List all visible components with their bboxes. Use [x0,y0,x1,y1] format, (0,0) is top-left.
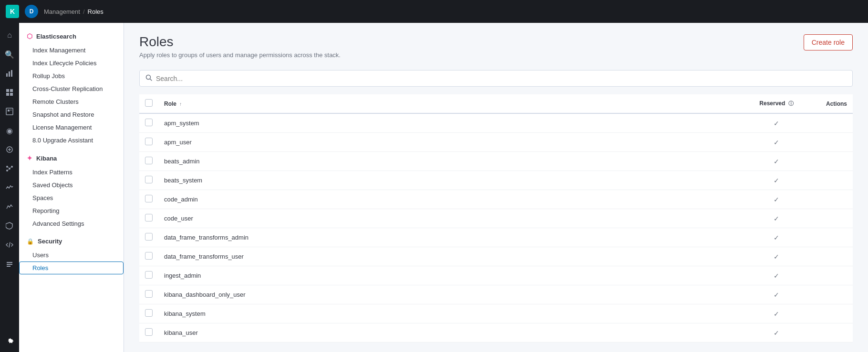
nav-home[interactable]: ⌂ [1,27,18,44]
sidebar-item-spaces[interactable]: Spaces [19,191,124,204]
svg-rect-6 [10,93,13,96]
user-avatar[interactable]: D [25,5,38,18]
row-select-checkbox[interactable] [145,195,153,202]
reserved-cell: ✓ [748,285,805,304]
reserved-checkmark: ✓ [774,291,779,299]
row-select-checkbox[interactable] [145,119,153,126]
row-select-checkbox[interactable] [145,252,153,260]
sidebar-item-license-management[interactable]: License Management [19,121,124,134]
nav-graph[interactable] [1,160,18,177]
role-name: ingest_admin [158,266,748,285]
actions-cell [805,266,853,285]
svg-rect-0 [6,73,8,77]
row-checkbox [139,266,158,285]
svg-rect-2 [11,70,12,77]
nav-visualize[interactable] [1,65,18,82]
reserved-cell: ✓ [748,266,805,285]
sidebar-item-index-patterns[interactable]: Index Patterns [19,166,124,179]
table-row: code_user ✓ [139,209,853,228]
row-select-checkbox[interactable] [145,138,153,145]
role-name: kibana_system [158,304,748,323]
row-select-checkbox[interactable] [145,157,153,164]
row-select-checkbox[interactable] [145,290,153,298]
row-select-checkbox[interactable] [145,271,153,279]
row-checkbox [139,323,158,342]
reserved-checkmark: ✓ [774,177,779,184]
actions-cell [805,133,853,152]
svg-rect-20 [7,266,10,267]
sort-icon[interactable]: ↑ [179,101,182,107]
actions-cell [805,228,853,247]
reserved-cell: ✓ [748,209,805,228]
nav-apm[interactable] [1,198,18,215]
table-row: data_frame_transforms_admin ✓ [139,228,853,247]
nav-discover[interactable]: 🔍 [1,46,18,63]
reserved-cell: ✓ [748,152,805,171]
row-select-checkbox[interactable] [145,328,153,336]
breadcrumb-current: Roles [88,8,103,15]
sidebar-item-cross-cluster-replication[interactable]: Cross-Cluster Replication [19,82,124,95]
reserved-info-icon[interactable]: ⓘ [788,101,794,106]
sidebar-item-saved-objects[interactable]: Saved Objects [19,179,124,191]
role-name: kibana_user [158,323,748,342]
svg-rect-9 [10,110,11,111]
reserved-cell: ✓ [748,304,805,323]
svg-line-16 [10,167,11,168]
select-all-checkbox[interactable] [145,99,153,107]
sidebar-item-users[interactable]: Users [19,249,124,261]
sidebar-item-snapshot-and-restore[interactable]: Snapshot and Restore [19,108,124,121]
content-area: Roles Apply roles to groups of users and… [124,23,868,352]
sidebar-item-upgrade-assistant[interactable]: 8.0 Upgrade Assistant [19,134,124,147]
row-select-checkbox[interactable] [145,176,153,183]
sidebar-item-reporting[interactable]: Reporting [19,204,124,217]
sidebar-item-roles[interactable]: Roles [19,261,124,274]
sidebar-item-remote-clusters[interactable]: Remote Clusters [19,95,124,108]
svg-line-22 [150,79,152,81]
nav-management[interactable] [1,331,18,348]
svg-rect-1 [9,71,10,77]
row-select-checkbox[interactable] [145,233,153,241]
table-row: data_frame_transforms_user ✓ [139,247,853,266]
actions-cell [805,113,853,133]
svg-rect-5 [6,93,9,96]
row-checkbox [139,209,158,228]
roles-table: Role ↑ Reserved ⓘ Actions apm_system [139,94,853,342]
reserved-cell: ✓ [748,247,805,266]
nav-ml[interactable] [1,141,18,158]
svg-rect-19 [7,264,12,265]
security-icon: 🔒 [27,238,34,245]
nav-dashboard[interactable] [1,84,18,101]
create-role-button[interactable]: Create role [804,34,853,50]
reserved-cell: ✓ [748,190,805,209]
nav-stack-monitoring[interactable] [1,255,18,272]
nav-uptime[interactable] [1,179,18,196]
row-select-checkbox[interactable] [145,309,153,317]
svg-point-11 [9,168,10,170]
nav-canvas[interactable] [1,103,18,120]
breadcrumb-parent[interactable]: Management [44,8,80,15]
sidebar-item-index-management[interactable]: Index Management [19,44,124,57]
sidebar-item-index-lifecycle-policies[interactable]: Index Lifecycle Policies [19,57,124,70]
page-title: Roles [139,34,341,50]
role-name: apm_system [158,113,748,133]
search-input[interactable] [156,75,847,82]
table-row: kibana_system ✓ [139,304,853,323]
reserved-cell: ✓ [748,113,805,133]
top-nav: K D Management / Roles [0,0,868,23]
reserved-checkmark: ✓ [774,120,779,127]
nav-siem[interactable] [1,217,18,234]
nav-devtools[interactable] [1,236,18,253]
row-select-checkbox[interactable] [145,214,153,221]
sidebar-item-rollup-jobs[interactable]: Rollup Jobs [19,70,124,82]
svg-point-14 [6,170,8,171]
sidebar-section-elasticsearch: ⬡ Elasticsearch [19,29,124,44]
icon-bar: ⌂ 🔍 ◉ [0,23,19,352]
sidebar-item-advanced-settings[interactable]: Advanced Settings [19,217,124,230]
table-row: apm_system ✓ [139,113,853,133]
reserved-checkmark: ✓ [774,196,779,203]
app-logo[interactable]: K [6,5,19,18]
sidebar-section-kibana: ✦ Kibana [19,151,124,166]
reserved-checkmark: ✓ [774,158,779,165]
svg-point-12 [6,166,8,168]
nav-maps[interactable]: ◉ [1,122,18,139]
